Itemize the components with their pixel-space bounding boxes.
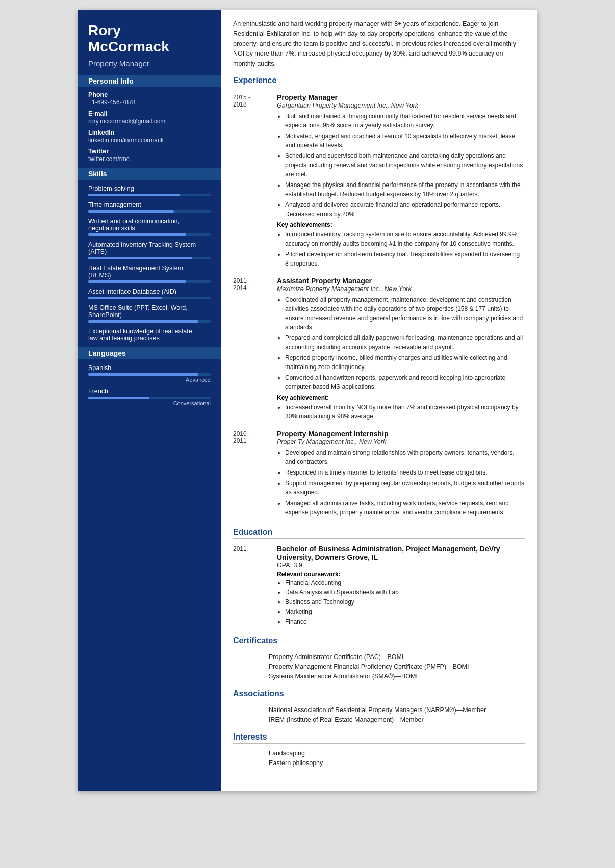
skill-item: Automated Inventory Tracking System (AIT… xyxy=(88,241,211,259)
education-gpa: GPA: 3.9 xyxy=(277,562,525,569)
sidebar: RoryMcCormack Property Manager Personal … xyxy=(78,10,221,791)
experience-section: Experience 2015 - 2018Property ManagerGa… xyxy=(233,76,525,518)
skill-bar-fill xyxy=(88,297,162,299)
certificates-list: Property Administrator Certificate (PAC)… xyxy=(233,653,525,680)
coursework-item: Financial Accounting xyxy=(285,578,525,588)
experience-dates: 2010 - 2011 xyxy=(233,430,269,518)
experience-item: 2011 - 2014Assistant Property ManagerMax… xyxy=(233,277,525,423)
email-label: E-mail xyxy=(88,110,211,117)
experience-title: Property Manager xyxy=(277,93,525,101)
experience-bullets: Coordinated all property management, mai… xyxy=(277,295,525,391)
skill-name: Real Estate Management System (REMS) xyxy=(88,265,211,279)
skill-item: Time management xyxy=(88,201,211,213)
summary-text: An enthusiastic and hard-working propert… xyxy=(233,19,525,69)
skills-list: Problem-solvingTime managementWritten an… xyxy=(88,185,211,342)
experience-list: 2015 - 2018Property ManagerGargantuan Pr… xyxy=(233,93,525,518)
language-bar-fill xyxy=(88,373,198,376)
association-item: IREM (Institute of Real Estate Managemen… xyxy=(269,716,525,723)
skill-bar-background xyxy=(88,233,211,236)
twitter-value: twitter.com/rmc xyxy=(88,155,211,163)
skill-bar-fill xyxy=(88,194,180,196)
experience-content: Property Management InternshipProper Ty … xyxy=(277,430,525,518)
skill-bar-background xyxy=(88,257,211,259)
skill-name: Written and oral communication, negotiat… xyxy=(88,218,211,232)
experience-bullet: Coordinated all property management, mai… xyxy=(285,295,525,332)
language-item: FrenchConversational xyxy=(88,388,211,406)
skill-item: MS Office Suite (PPT, Excel, Word, Share… xyxy=(88,304,211,323)
certificates-header: Certificates xyxy=(233,636,525,647)
skill-bar-background xyxy=(88,320,211,323)
language-bar-fill xyxy=(88,397,149,399)
phone-value: +1-699-456-7878 xyxy=(88,99,211,106)
key-achievement-item: Increased overall monthly NOI by more th… xyxy=(285,403,525,421)
associations-list: National Association of Residential Prop… xyxy=(233,706,525,723)
education-item: 2011Bachelor of Business Administration,… xyxy=(233,545,525,627)
skills-header: Skills xyxy=(78,168,221,180)
coursework-list: Financial AccountingData Analysis with S… xyxy=(277,578,525,627)
associations-section: Associations National Association of Res… xyxy=(233,689,525,723)
experience-bullet: Built and maintained a thriving communit… xyxy=(285,112,525,130)
education-header: Education xyxy=(233,528,525,539)
skill-name: Exceptional knowledge of real estate law… xyxy=(88,328,211,342)
skill-bar-background xyxy=(88,210,211,213)
experience-title: Assistant Property Manager xyxy=(277,277,525,285)
interests-header: Interests xyxy=(233,732,525,744)
key-achievement-item: Pitched developer on short-term tenancy … xyxy=(285,250,525,268)
experience-bullet: Converted all handwritten reports, paper… xyxy=(285,373,525,391)
skill-bar-fill xyxy=(88,257,192,259)
experience-header: Experience xyxy=(233,76,525,87)
skill-item: Asset Interface Database (AID) xyxy=(88,288,211,299)
language-name: French xyxy=(88,388,211,395)
experience-dates: 2015 - 2018 xyxy=(233,93,269,270)
skill-bar-background xyxy=(88,194,211,196)
candidate-name: RoryMcCormack xyxy=(88,22,211,55)
experience-bullet: Scheduled and supervised both maintenanc… xyxy=(285,151,525,179)
skill-name: Time management xyxy=(88,201,211,208)
skill-bar-fill xyxy=(88,320,198,323)
experience-content: Property ManagerGargantuan Property Mana… xyxy=(277,93,525,270)
skill-bar-background xyxy=(88,280,211,283)
languages-list: SpanishAdvancedFrenchConversational xyxy=(88,364,211,406)
experience-content: Assistant Property ManagerMaximize Prope… xyxy=(277,277,525,423)
skill-name: Automated Inventory Tracking System (AIT… xyxy=(88,241,211,255)
interests-section: Interests LandscapingEastern philosophy xyxy=(233,732,525,767)
skill-name: Asset Interface Database (AID) xyxy=(88,288,211,295)
education-section: Education 2011Bachelor of Business Admin… xyxy=(233,528,525,627)
experience-bullet: Prepared and completed all daily paperwo… xyxy=(285,333,525,352)
certificates-section: Certificates Property Administrator Cert… xyxy=(233,636,525,680)
experience-bullets: Built and maintained a thriving communit… xyxy=(277,112,525,219)
associations-header: Associations xyxy=(233,689,525,700)
language-bar-background xyxy=(88,373,211,376)
skill-name: MS Office Suite (PPT, Excel, Word, Share… xyxy=(88,304,211,319)
skill-item: Problem-solving xyxy=(88,185,211,196)
language-level: Conversational xyxy=(88,400,211,406)
interest-item: Eastern philosophy xyxy=(269,759,525,767)
phone-label: Phone xyxy=(88,91,211,98)
experience-company: Maximize Property Management Inc., New Y… xyxy=(277,285,525,293)
language-item: SpanishAdvanced xyxy=(88,364,211,383)
skill-item: Exceptional knowledge of real estate law… xyxy=(88,328,211,342)
experience-title: Property Management Internship xyxy=(277,430,525,438)
resume-container: RoryMcCormack Property Manager Personal … xyxy=(78,10,537,791)
skill-bar-background xyxy=(88,297,211,299)
twitter-label: Twitter xyxy=(88,148,211,155)
certificate-item: Property Management Financial Proficienc… xyxy=(269,663,525,670)
experience-item: 2010 - 2011Property Management Internshi… xyxy=(233,430,525,518)
experience-bullet: Reported property income, billed monthly… xyxy=(285,353,525,372)
key-achievements-list: Increased overall monthly NOI by more th… xyxy=(277,403,525,421)
coursework-item: Business and Technology xyxy=(285,597,525,607)
education-title: Bachelor of Business Administration, Pro… xyxy=(277,545,525,561)
certificate-item: Systems Maintenance Administrator (SMA®)… xyxy=(269,673,525,680)
languages-header: Languages xyxy=(78,347,221,359)
main-content: An enthusiastic and hard-working propert… xyxy=(221,10,537,791)
language-bar-background xyxy=(88,397,211,399)
experience-company: Gargantuan Property Management Inc., New… xyxy=(277,102,525,109)
language-bar-row xyxy=(88,397,211,399)
coursework-label: Relevant coursework: xyxy=(277,571,341,578)
education-dates: 2011 xyxy=(233,545,269,627)
experience-bullet: Developed and maintain strong relationsh… xyxy=(285,448,525,466)
education-content: Bachelor of Business Administration, Pro… xyxy=(277,545,525,627)
experience-bullet: Managed the physical and financial perfo… xyxy=(285,180,525,199)
experience-bullet: Support management by preparing regular … xyxy=(285,479,525,497)
language-level: Advanced xyxy=(88,377,211,383)
